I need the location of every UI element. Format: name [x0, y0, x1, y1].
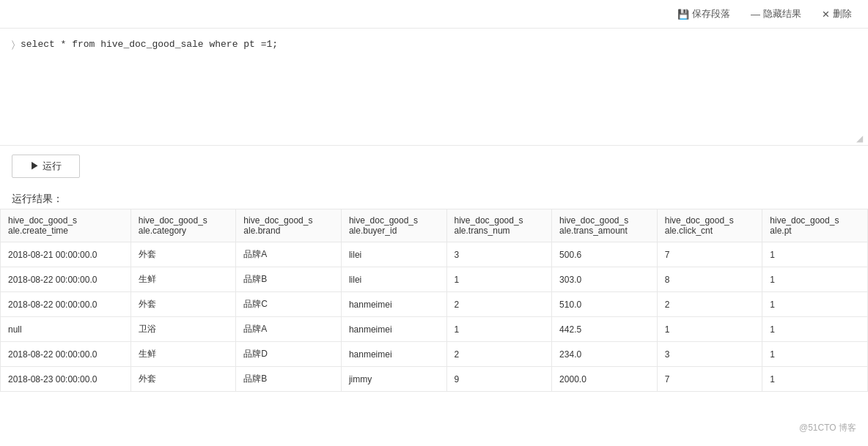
cell-category: 外套 — [130, 242, 236, 267]
delete-icon: ✕ — [822, 9, 830, 20]
hide-button[interactable]: — 隐藏结果 — [746, 6, 806, 22]
cell-create_time: 2018-08-22 00:00:00.0 — [1, 342, 131, 367]
cell-pt: 1 — [762, 292, 868, 317]
col-trans-amount: hive_doc_good_sale.trans_amount — [552, 209, 658, 242]
cell-trans_num: 2 — [446, 342, 552, 367]
cell-brand: 品牌C — [236, 292, 342, 317]
cell-trans_num: 1 — [446, 317, 552, 342]
cell-click_cnt: 2 — [657, 292, 762, 317]
run-section: ▶ 运行 — [0, 146, 868, 187]
cell-trans_num: 3 — [446, 242, 552, 267]
cell-create_time: 2018-08-22 00:00:00.0 — [1, 267, 131, 292]
col-click-cnt: hive_doc_good_sale.click_cnt — [657, 209, 762, 242]
cell-buyer_id: lilei — [341, 267, 446, 292]
result-section-label: 运行结果： — [12, 193, 63, 204]
run-button[interactable]: ▶ 运行 — [12, 155, 80, 178]
cell-trans_num: 9 — [446, 367, 552, 392]
cell-create_time: 2018-08-21 00:00:00.0 — [1, 242, 131, 267]
cell-category: 外套 — [130, 292, 236, 317]
cell-brand: 品牌A — [236, 317, 342, 342]
cell-click_cnt: 8 — [657, 267, 762, 292]
cell-brand: 品牌B — [236, 267, 342, 292]
cell-pt: 1 — [762, 267, 868, 292]
cell-pt: 1 — [762, 367, 868, 392]
cell-trans_amount: 303.0 — [552, 267, 658, 292]
sql-arrow-icon: 〉 — [12, 39, 15, 51]
cell-category: 生鲜 — [130, 342, 236, 367]
cell-trans_num: 2 — [446, 292, 552, 317]
col-pt: hive_doc_good_sale.pt — [762, 209, 868, 242]
run-button-label: ▶ 运行 — [30, 160, 62, 173]
cell-brand: 品牌B — [236, 367, 342, 392]
cell-trans_num: 1 — [446, 267, 552, 292]
result-table-wrapper: hive_doc_good_sale.create_time hive_doc_… — [0, 209, 868, 392]
table-row: null卫浴品牌Ahanmeimei1442.511 — [1, 317, 868, 342]
save-label: 保存段落 — [692, 7, 730, 21]
cell-create_time: 2018-08-22 00:00:00.0 — [1, 292, 131, 317]
save-button[interactable]: 💾 保存段落 — [673, 6, 735, 22]
cell-category: 卫浴 — [130, 317, 236, 342]
hide-icon: — — [751, 9, 760, 20]
cell-create_time: 2018-08-23 00:00:00.0 — [1, 367, 131, 392]
col-category: hive_doc_good_sale.category — [130, 209, 236, 242]
save-icon: 💾 — [677, 9, 689, 20]
table-header: hive_doc_good_sale.create_time hive_doc_… — [1, 209, 868, 242]
delete-label: 删除 — [833, 7, 852, 21]
cell-buyer_id: lilei — [341, 242, 446, 267]
cell-pt: 1 — [762, 317, 868, 342]
cell-category: 生鲜 — [130, 267, 236, 292]
col-brand: hive_doc_good_sale.brand — [236, 209, 342, 242]
table-row: 2018-08-22 00:00:00.0外套品牌Chanmeimei2510.… — [1, 292, 868, 317]
table-row: 2018-08-22 00:00:00.0生鲜品牌Blilei1303.081 — [1, 267, 868, 292]
cell-buyer_id: jimmy — [341, 367, 446, 392]
top-toolbar: 💾 保存段落 — 隐藏结果 ✕ 删除 — [0, 0, 868, 29]
col-buyer-id: hive_doc_good_sale.buyer_id — [341, 209, 446, 242]
col-create-time: hive_doc_good_sale.create_time — [1, 209, 131, 242]
cell-brand: 品牌A — [236, 242, 342, 267]
cell-create_time: null — [1, 317, 131, 342]
cell-trans_amount: 2000.0 — [552, 367, 658, 392]
table-body: 2018-08-21 00:00:00.0外套品牌Alilei3500.6712… — [1, 242, 868, 392]
cell-buyer_id: hanmeimei — [341, 342, 446, 367]
cell-click_cnt: 1 — [657, 317, 762, 342]
cell-trans_amount: 510.0 — [552, 292, 658, 317]
delete-button[interactable]: ✕ 删除 — [817, 6, 856, 22]
cell-buyer_id: hanmeimei — [341, 317, 446, 342]
run-result-label: 运行结果： — [0, 187, 868, 209]
cell-click_cnt: 7 — [657, 242, 762, 267]
cell-pt: 1 — [762, 242, 868, 267]
cell-click_cnt: 7 — [657, 367, 762, 392]
cell-trans_amount: 500.6 — [552, 242, 658, 267]
resize-handle-icon[interactable]: ◢ — [856, 133, 865, 142]
cell-trans_amount: 234.0 — [552, 342, 658, 367]
cell-trans_amount: 442.5 — [552, 317, 658, 342]
sql-query-text[interactable]: select * from hive_doc_good_sale where p… — [21, 37, 278, 53]
sql-editor-area: 〉 select * from hive_doc_good_sale where… — [0, 29, 868, 146]
cell-buyer_id: hanmeimei — [341, 292, 446, 317]
cell-pt: 1 — [762, 342, 868, 367]
cell-click_cnt: 3 — [657, 342, 762, 367]
col-trans-num: hive_doc_good_sale.trans_num — [446, 209, 552, 242]
cell-brand: 品牌D — [236, 342, 342, 367]
table-row: 2018-08-21 00:00:00.0外套品牌Alilei3500.671 — [1, 242, 868, 267]
table-row: 2018-08-22 00:00:00.0生鲜品牌Dhanmeimei2234.… — [1, 342, 868, 367]
cell-category: 外套 — [130, 367, 236, 392]
hide-label: 隐藏结果 — [763, 7, 801, 21]
table-row: 2018-08-23 00:00:00.0外套品牌Bjimmy92000.071 — [1, 367, 868, 392]
result-table: hive_doc_good_sale.create_time hive_doc_… — [0, 209, 868, 392]
